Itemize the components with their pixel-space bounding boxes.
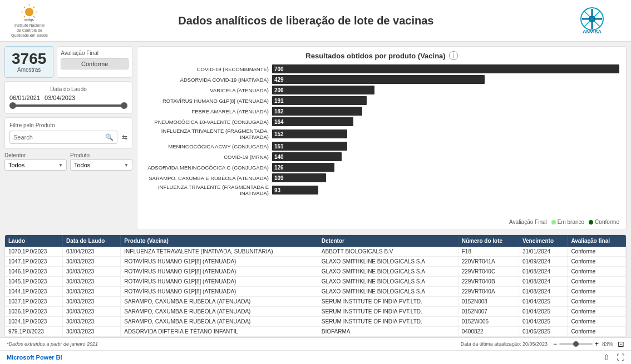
bar-value: 93 [272, 187, 280, 193]
table-cell: Conforme [568, 307, 626, 317]
table-cell: SERUM INSTITUTE OF INDIA PVT.LTD. [318, 307, 458, 317]
bar-label: SARAMPO, CAXUMBA E RUBÉOLA (ATENUADA) [144, 175, 272, 181]
bar-fill[interactable]: 182 [272, 107, 362, 116]
main-container: INCQS Instituto Nacionalde Controle deQu… [0, 0, 631, 364]
bar-container: 191 [272, 96, 619, 105]
samples-label: Amostras [12, 67, 46, 73]
table-cell: ROTAVÍRUS HUMANO G1P[8] (ATENUADA) [121, 277, 318, 287]
table-cell[interactable]: 1045.1P.0/2023 [5, 277, 63, 287]
produto-dropdown[interactable]: Todos ▼ [70, 159, 132, 171]
bar-label: INFLUENZA TRIVALENTE (FRAGMENTADA, INATI… [144, 128, 272, 140]
table-cell: GLAXO SMITHKLINE BIOLOGICALS S.A [318, 277, 458, 287]
date-values: 06/01/2021 03/04/2023 [9, 94, 127, 101]
table-cell: 229VRT040B [458, 277, 519, 287]
bar-value: 206 [272, 87, 284, 93]
detentor-group: Detentor Todos ▼ [4, 152, 67, 171]
bar-fill[interactable]: 140 [272, 152, 342, 161]
zoom-plus-icon[interactable]: + [595, 340, 599, 348]
table-cell: 30/03/2023 [63, 277, 121, 287]
bar-row: ADSORVIDA MENINGOCÓCICA C (CONJUGADA)126 [144, 163, 619, 172]
zoom-fit-icon[interactable]: ⊡ [618, 340, 624, 348]
zoom-control[interactable]: − + 83% ⊡ [553, 340, 624, 348]
bar-fill[interactable]: 126 [272, 163, 334, 172]
bar-value: 140 [272, 154, 284, 160]
bar-value: 182 [272, 108, 284, 114]
table-header-cell: Detentor [318, 235, 458, 247]
table-cell: 01/04/2025 [519, 297, 567, 307]
table-header-cell: Avaliação final [568, 235, 626, 247]
slider-thumb-left[interactable] [9, 102, 16, 109]
table-cell: 01/08/2024 [519, 267, 567, 277]
anvisa-icon: ANVISA [575, 7, 609, 34]
table-row[interactable]: 1045.1P.0/202330/03/2023ROTAVÍRUS HUMANO… [5, 277, 626, 287]
date-label: Data do Laudo [9, 86, 127, 92]
zoom-thumb[interactable] [573, 341, 579, 347]
bar-fill[interactable]: 109 [272, 173, 326, 182]
table-header-row: LaudoData do LaudoProduto (Vacina)Detent… [5, 235, 626, 247]
bar-fill[interactable]: 700 [272, 64, 619, 73]
left-panel: 3765 Amostras Avaliação Final Conforme D… [4, 46, 132, 230]
bar-fill[interactable]: 152 [272, 129, 347, 138]
footer-note: *Dados extraídos a partir de janeiro 202… [7, 341, 98, 347]
table-cell: 01/08/2024 [519, 287, 567, 297]
table-cell: Conforme [568, 317, 626, 327]
legend-em-branco: Em branco [551, 219, 584, 225]
incqs-logo: INCQS Instituto Nacionalde Controle deQu… [11, 3, 48, 38]
table-cell: 220VRT041A [458, 257, 519, 267]
bar-row: SARAMPO, CAXUMBA E RUBÉOLA (ATENUADA)109 [144, 173, 619, 182]
table-row[interactable]: 1047.1P.0/202330/03/2023ROTAVÍRUS HUMANO… [5, 257, 626, 267]
bar-fill[interactable]: 191 [272, 96, 367, 105]
bar-label: COVID-19 (MRNA) [144, 154, 272, 160]
table-cell: 229VRT040A [458, 287, 519, 297]
expand-icon[interactable]: ⛶ [617, 353, 624, 362]
incqs-sun-icon: INCQS [17, 3, 42, 23]
powerbi-link[interactable]: Microsoft Power BI [7, 354, 62, 361]
bar-fill[interactable]: 164 [272, 117, 353, 126]
search-input[interactable] [13, 134, 104, 141]
svg-point-0 [25, 8, 33, 16]
table-cell[interactable]: 1070.1P.0/2023 [5, 247, 63, 257]
table-row[interactable]: 1046.1P.0/202330/03/2023ROTAVÍRUS HUMANO… [5, 267, 626, 277]
table-row[interactable]: 1037.1P.0/202330/03/2023SARAMPO, CAXUMBA… [5, 297, 626, 307]
bar-fill[interactable]: 151 [272, 142, 347, 151]
table-row[interactable]: 979.1P.0/202330/03/2023ADSORVIDA DIFTERI… [5, 327, 626, 337]
table-cell[interactable]: 1037.1P.0/2023 [5, 297, 63, 307]
table-cell: 0152N008 [458, 297, 519, 307]
bar-container: 182 [272, 107, 619, 116]
table-cell[interactable]: 1036.1P.0/2023 [5, 307, 63, 317]
detentor-dropdown[interactable]: Todos ▼ [4, 159, 67, 171]
table-cell[interactable]: 1044.1P.0/2023 [5, 287, 63, 297]
table-cell[interactable]: 1047.1P.0/2023 [5, 257, 63, 267]
bar-label: INFLUENZA TRIVALENTE (FRAGMENTADA E INAT… [144, 184, 272, 196]
table-cell[interactable]: 1046.1P.0/2023 [5, 267, 63, 277]
table-row[interactable]: 1036.1P.0/202330/03/2023SARAMPO, CAXUMBA… [5, 307, 626, 317]
powerbi-icons: ⇧ ⛶ [603, 353, 624, 362]
table-row[interactable]: 1034.1P.0/202330/03/2023SARAMPO, CAXUMBA… [5, 317, 626, 327]
share-icon[interactable]: ⇧ [603, 353, 610, 362]
table-cell: GLAXO SMITHKLINE BIOLOGICALS S.A [318, 257, 458, 267]
bar-row: INFLUENZA TRIVALENTE (FRAGMENTADA E INAT… [144, 184, 619, 196]
anvisa-logo: ANVISA [564, 7, 620, 34]
zoom-slider[interactable] [559, 343, 593, 345]
table-row[interactable]: 1044.1P.0/202330/03/2023ROTAVÍRUS HUMANO… [5, 287, 626, 297]
table-header-cell: Vencimento [519, 235, 567, 247]
em-branco-label: Em branco [558, 219, 584, 225]
produto-label: Produto [70, 152, 132, 158]
slider-fill [9, 104, 127, 107]
table-cell: 30/03/2023 [63, 287, 121, 297]
bar-fill[interactable]: 93 [272, 186, 318, 195]
table-cell: 01/04/2025 [519, 317, 567, 327]
info-icon[interactable]: i [449, 51, 458, 60]
conforme-label: Conforme [595, 219, 619, 225]
filter-icon[interactable]: ⇆ [122, 133, 127, 141]
table-cell[interactable]: 979.1P.0/2023 [5, 327, 63, 337]
zoom-minus-icon[interactable]: − [553, 340, 557, 348]
date-slider-track[interactable] [9, 104, 127, 107]
update-text: Data da última atualização: 20/05/2023 [461, 341, 548, 347]
table-cell[interactable]: 1034.1P.0/2023 [5, 317, 63, 327]
slider-thumb-right[interactable] [121, 102, 127, 109]
bar-value: 151 [272, 143, 284, 149]
bar-fill[interactable]: 429 [272, 75, 485, 84]
table-row[interactable]: 1070.1P.0/202303/04/2023INFLUENZA TETRAV… [5, 247, 626, 257]
bar-fill[interactable]: 206 [272, 86, 374, 94]
